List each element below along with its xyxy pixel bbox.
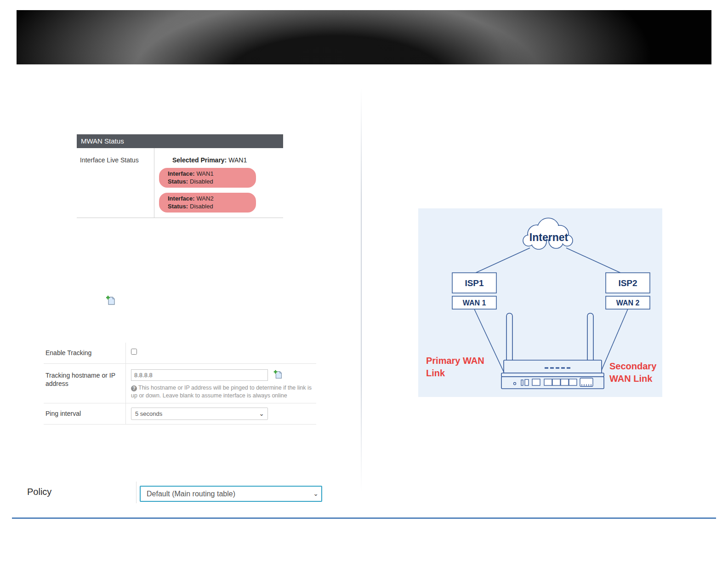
ping-interval-select-wrap: 5 seconds ⌄: [131, 408, 268, 420]
tracking-host-input[interactable]: [131, 369, 268, 381]
isp2-label: ISP2: [618, 278, 637, 288]
router-top-body: [504, 360, 602, 373]
isp1-label: ISP1: [465, 278, 484, 288]
router-ports: [514, 378, 593, 386]
interface-live-status-label: Interface Live Status: [80, 156, 139, 164]
enable-tracking-row: Enable Tracking: [44, 343, 316, 364]
badge-interface-label: Interface:: [168, 170, 195, 177]
tracking-host-row: Tracking hostname or IP address ?This ho…: [44, 364, 316, 403]
add-item-button[interactable]: [104, 294, 117, 307]
mwan-status-title: MWAN Status: [77, 134, 283, 148]
footer-rule: [12, 517, 716, 519]
enable-tracking-label: Enable Tracking: [46, 349, 91, 356]
badge-status-value: Disabled: [190, 203, 213, 210]
ping-interval-select[interactable]: 5 seconds: [131, 408, 268, 420]
router-lip: [501, 373, 604, 377]
ping-interval-row: Ping interval 5 seconds ⌄: [44, 403, 316, 425]
selected-primary-label: Selected Primary:: [172, 156, 227, 164]
mwan-status-body: Interface Live Status Selected Primary:W…: [77, 148, 283, 218]
badge-status-value: Disabled: [190, 178, 213, 185]
column-divider: [136, 482, 136, 503]
wan2-label: WAN 2: [616, 299, 640, 307]
badge-status-label: Status:: [168, 178, 188, 185]
mwan-status-table: MWAN Status Interface Live Status Select…: [77, 134, 283, 218]
badge-interface-value: WAN2: [197, 195, 214, 202]
add-page-icon: [273, 369, 284, 380]
badge-status-label: Status:: [168, 203, 188, 210]
policy-label: Policy: [27, 487, 51, 497]
tracking-help-text: ?This hostname or IP address will be pin…: [131, 384, 317, 400]
help-icon: ?: [131, 385, 137, 391]
primary-wan-link-label: Primary WAN Link: [426, 355, 490, 379]
enable-tracking-checkbox[interactable]: [131, 349, 137, 355]
router-illustration: [501, 313, 604, 389]
tracking-form: Enable Tracking Tracking hostname or IP …: [44, 343, 316, 425]
policy-select[interactable]: Default (Main routing table): [140, 486, 322, 502]
badge-interface-value: WAN1: [197, 170, 214, 177]
secondary-wan-link-label: Secondary WAN Link: [609, 360, 661, 385]
status-badge: Interface:WAN2 Status:Disabled: [159, 193, 256, 213]
dual-wan-diagram: Internet ISP1 WAN 1 ISP2 WAN 2: [418, 208, 662, 397]
badge-interface-label: Interface:: [168, 195, 195, 202]
ping-interval-label: Ping interval: [46, 410, 81, 417]
policy-select-wrap: Default (Main routing table) ⌄: [140, 486, 322, 502]
status-badge: Interface:WAN1 Status:Disabled: [159, 168, 256, 188]
selected-primary-value: WAN1: [228, 156, 247, 164]
page-header-banner: [17, 10, 711, 64]
tracking-host-label: Tracking hostname or IP address: [46, 371, 122, 388]
selected-primary: Selected Primary:WAN1: [172, 156, 247, 164]
column-divider: [154, 148, 154, 218]
add-page-icon: [105, 294, 117, 306]
tracking-help-text-body: This hostname or IP address will be ping…: [131, 385, 312, 399]
internet-cloud: Internet: [523, 218, 573, 249]
wan1-label: WAN 1: [463, 299, 486, 307]
add-host-button[interactable]: [272, 368, 284, 381]
page-column-divider: [361, 87, 362, 492]
internet-label: Internet: [529, 231, 569, 243]
